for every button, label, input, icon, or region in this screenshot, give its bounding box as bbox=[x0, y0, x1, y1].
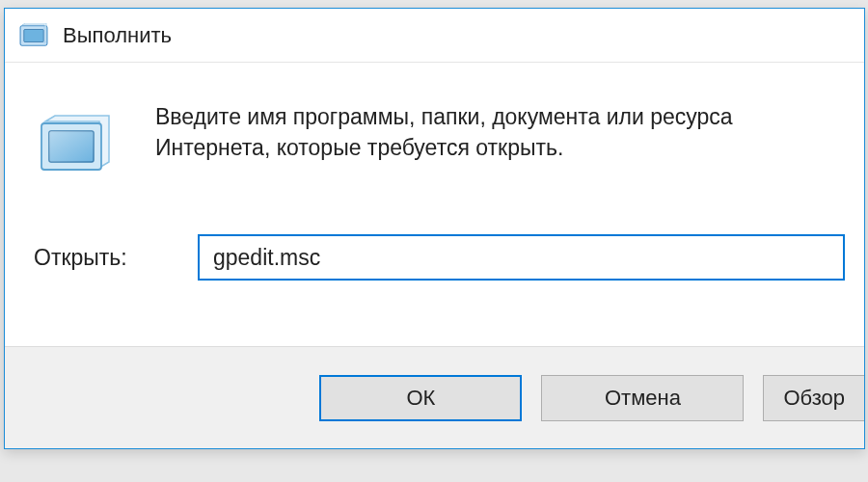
dialog-body: Введите имя программы, папки, документа … bbox=[5, 63, 864, 346]
dialog-title: Выполнить bbox=[63, 23, 172, 48]
dialog-description: Введите имя программы, папки, документа … bbox=[155, 99, 845, 163]
open-label: Открыть: bbox=[34, 245, 198, 271]
run-dialog: Выполнить Введите имя програ bbox=[4, 8, 865, 449]
button-bar: ОК Отмена Обзор bbox=[5, 346, 864, 448]
svg-rect-1 bbox=[24, 29, 43, 41]
browse-button[interactable]: Обзор bbox=[763, 375, 864, 421]
open-input[interactable] bbox=[198, 234, 845, 281]
run-large-icon bbox=[34, 105, 117, 188]
svg-rect-4 bbox=[49, 131, 94, 162]
cancel-button[interactable]: Отмена bbox=[541, 375, 744, 421]
titlebar: Выполнить bbox=[5, 9, 864, 63]
ok-button[interactable]: ОК bbox=[319, 375, 522, 421]
run-icon bbox=[18, 20, 49, 51]
